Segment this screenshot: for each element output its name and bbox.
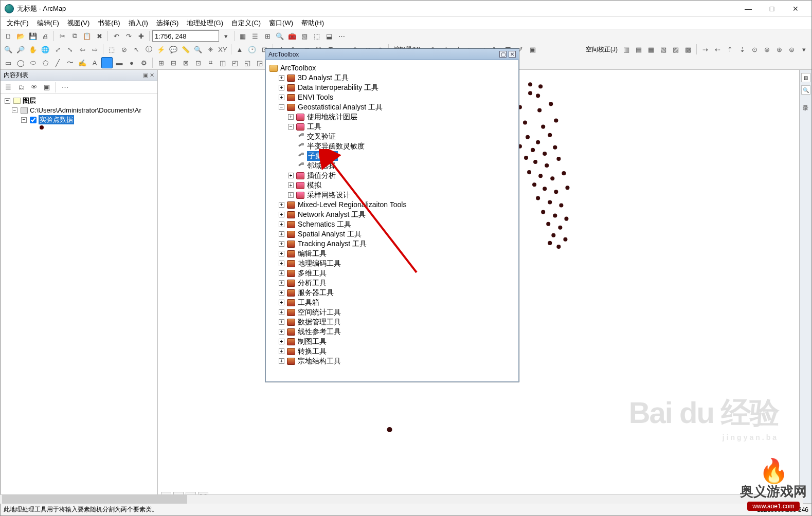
arctoolbox-titlebar[interactable]: ArcToolbox ▢ ✕ (265, 49, 519, 60)
arrow4-icon[interactable]: ⇣ (736, 44, 748, 55)
layer-visibility-checkbox[interactable] (30, 117, 37, 123)
full-extent-icon[interactable]: 🌐 (40, 44, 51, 55)
collapse-icon[interactable]: − (288, 124, 294, 130)
toolset-item[interactable]: +使用地统计图层 (269, 112, 516, 122)
scale-dropdown-icon[interactable]: ▾ (220, 30, 231, 42)
georef7-icon[interactable]: ◰ (229, 57, 241, 68)
toolbox-item[interactable]: +多维工具 (269, 268, 516, 278)
python-icon[interactable]: ▧ (299, 30, 310, 42)
search-tab-icon[interactable]: 🔍 (801, 85, 810, 95)
adj2-icon[interactable]: ▤ (633, 44, 644, 55)
draw-line-icon[interactable]: ╱ (52, 57, 63, 68)
expand-icon[interactable]: + (279, 280, 284, 286)
identify-icon[interactable]: ⓘ (143, 44, 154, 55)
delete-icon[interactable]: ✖ (94, 30, 105, 42)
toolbox-item[interactable]: +Schematics 工具 (269, 219, 516, 229)
arctoolbox-window[interactable]: ArcToolbox ▢ ✕ ArcToolbox +3D Analyst 工具… (265, 48, 519, 382)
fixed-zoom-in-icon[interactable]: ⤢ (52, 44, 63, 55)
html-popup-icon[interactable]: 💬 (168, 44, 179, 55)
fixed-zoom-out-icon[interactable]: ⤡ (64, 44, 76, 55)
draw-rect-icon[interactable]: ▭ (3, 57, 14, 68)
expand-icon[interactable]: + (279, 222, 284, 227)
toolbox-item[interactable]: +Tracking Analyst 工具 (269, 239, 516, 249)
toc-root[interactable]: − 图层 (5, 96, 155, 106)
clear-selection-icon[interactable]: ⊘ (118, 44, 130, 55)
tool-item[interactable]: 邻域选择 (269, 161, 516, 171)
toolbox-item[interactable]: +Network Analyst 工具 (269, 210, 516, 219)
options-icon[interactable]: ⋯ (59, 82, 70, 93)
menu-window[interactable]: 窗口(W) (265, 17, 297, 29)
menu-help[interactable]: 帮助(H) (297, 17, 328, 29)
arctoolbox-icon[interactable]: 🧰 (286, 30, 298, 42)
toolbox-item[interactable]: +Spatial Analyst 工具 (269, 229, 516, 239)
find-route-icon[interactable]: ✳ (205, 44, 216, 55)
marker-color-icon[interactable]: ● (126, 57, 137, 68)
scale-input[interactable] (152, 30, 219, 42)
toolbox-item[interactable]: +3D Analyst 工具 (269, 73, 516, 83)
menu-view[interactable]: 视图(V) (63, 17, 94, 29)
hyperlink-icon[interactable]: ⚡ (155, 44, 167, 55)
expand-icon[interactable]: + (279, 309, 284, 315)
draw-polygon-icon[interactable]: ⬠ (40, 57, 51, 68)
catalog-tab-icon[interactable]: ⊞ (801, 73, 810, 82)
modelbuilder-icon[interactable]: ⬚ (311, 30, 322, 42)
georef9-icon[interactable]: ◲ (254, 57, 265, 68)
expand-icon[interactable]: + (279, 319, 284, 325)
menu-bookmarks[interactable]: 书签(B) (94, 17, 124, 29)
catalog-icon[interactable]: ⊞ (262, 30, 273, 42)
spatial-adjustment-dropdown[interactable]: 空间校正(J) (584, 45, 620, 54)
snap3-icon[interactable]: ⊛ (773, 44, 785, 55)
expand-icon[interactable]: + (279, 85, 284, 90)
draw-freehand-icon[interactable]: ✍ (77, 57, 88, 68)
pan-icon[interactable]: ✋ (27, 44, 39, 55)
cut-icon[interactable]: ✂ (57, 30, 68, 42)
georef8-icon[interactable]: ◱ (242, 57, 253, 68)
tool-item[interactable]: 半变异函数灵敏度 (269, 141, 516, 151)
toolset-item-tools[interactable]: −工具 (269, 122, 516, 132)
select-features-icon[interactable]: ⬚ (106, 44, 117, 55)
find-icon[interactable]: 🔍 (192, 44, 204, 55)
paste-icon[interactable]: 📋 (81, 30, 93, 42)
arrow1-icon[interactable]: ⇢ (699, 44, 711, 55)
menu-edit[interactable]: 编辑(E) (33, 17, 63, 29)
adj6-icon[interactable]: ▩ (682, 44, 694, 55)
menu-customize[interactable]: 自定义(C) (227, 17, 265, 29)
expand-icon[interactable]: + (288, 114, 294, 120)
adj1-icon[interactable]: ▥ (621, 44, 632, 55)
expand-icon[interactable]: + (279, 251, 284, 256)
list-by-source-icon[interactable]: 🗂 (15, 82, 27, 93)
toolbox-item[interactable]: +线性参考工具 (269, 327, 516, 337)
create-features-icon[interactable]: ▣ (527, 44, 538, 55)
maximize-button[interactable]: □ (760, 1, 784, 16)
new-doc-icon[interactable]: 🗋 (3, 30, 14, 42)
draw-text-icon[interactable]: A (89, 57, 100, 68)
go-to-xy-icon[interactable]: XY (217, 44, 228, 55)
fill-color-icon[interactable] (101, 57, 113, 68)
expand-icon[interactable]: + (279, 270, 284, 276)
toolbox-item[interactable]: +数据管理工具 (269, 317, 516, 327)
georef3-icon[interactable]: ⊠ (180, 57, 191, 68)
toc-layer[interactable]: − 实验点数据 (5, 115, 155, 125)
expand-icon[interactable]: + (279, 329, 284, 335)
expand-icon[interactable]: + (288, 173, 294, 178)
draw-curve-icon[interactable]: 〜 (64, 57, 76, 68)
toolset-item[interactable]: +采样网络设计 (269, 190, 516, 200)
toc-icon[interactable]: ☰ (249, 30, 261, 42)
undo-icon[interactable]: ↶ (111, 30, 122, 42)
adj3-icon[interactable]: ▦ (645, 44, 657, 55)
toolset-item[interactable]: +插值分析 (269, 171, 516, 180)
results-icon[interactable]: ⬓ (323, 30, 335, 42)
expand-icon[interactable]: + (279, 358, 284, 364)
zoom-in-icon[interactable]: 🔍 (3, 44, 14, 55)
zoom-out-icon[interactable]: 🔎 (15, 44, 26, 55)
scrollbar-thumb[interactable] (2, 495, 187, 504)
toc-layer-label[interactable]: 实验点数据 (39, 115, 74, 124)
editor-toolbar-icon[interactable]: ▦ (237, 30, 248, 42)
toc-datasource[interactable]: − C:\Users\Administrator\Documents\Ar (5, 106, 155, 115)
draw-ellipse-icon[interactable]: ⬭ (27, 57, 39, 68)
search-icon[interactable]: 🔍 (274, 30, 285, 42)
collapse-icon[interactable]: − (5, 98, 10, 104)
arrow3-icon[interactable]: ⇡ (724, 44, 735, 55)
draw-circle-icon[interactable]: ◯ (15, 57, 26, 68)
arctoolbox-close-icon[interactable]: ✕ (509, 51, 516, 58)
